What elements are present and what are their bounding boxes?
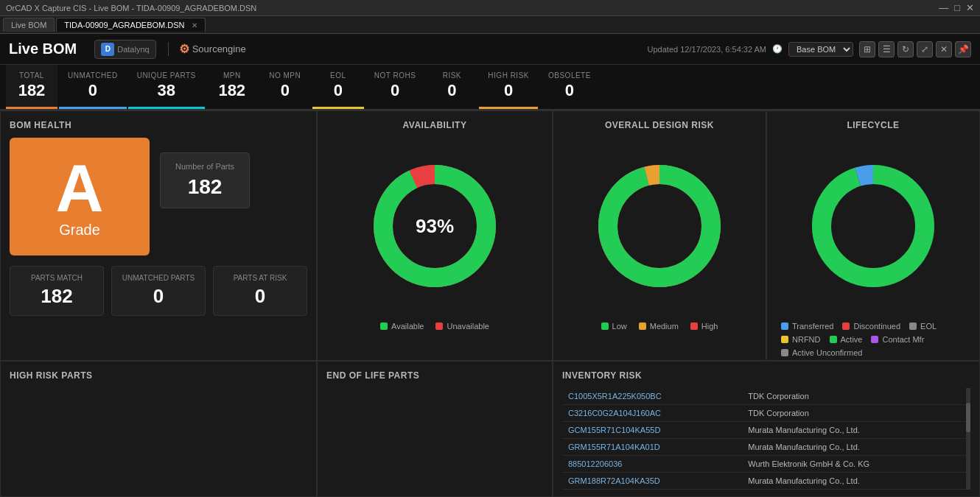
- unmatched-parts-value: 0: [121, 285, 196, 308]
- lifecycle-donut-svg: [799, 152, 947, 300]
- transferred-label: Transferred: [792, 322, 833, 331]
- active-unconfirmed-label: Active Unconfirmed: [792, 348, 862, 357]
- sourcengine-logo: ⚙ Sourcengine: [168, 42, 246, 56]
- stat-item-total[interactable]: Total182: [6, 65, 57, 109]
- main-content: BOM Health A Grade Number of Parts 182 P…: [0, 110, 980, 497]
- scrollbar[interactable]: [966, 388, 970, 490]
- header-icon-group: ⊞ ☰ ↻ ⤢ ✕ 📌: [859, 41, 971, 57]
- unavailable-label: Unavailable: [447, 322, 489, 331]
- expand-icon[interactable]: ⤢: [917, 41, 933, 57]
- table-row[interactable]: GCM155R71C104KA55DMurata Manufacturing C…: [562, 422, 970, 439]
- availability-title: Availability: [403, 120, 467, 130]
- eol-title: End of Life Parts: [326, 370, 543, 381]
- manufacturer-cell: TDK Corporation: [742, 405, 970, 422]
- num-parts-value: 182: [175, 175, 234, 199]
- svg-point-6: [608, 175, 711, 278]
- tab-live-bom[interactable]: Live BOM: [3, 18, 55, 32]
- legend-unavailable: Unavailable: [435, 322, 489, 331]
- mpn-cell: GRM155R71A104KA01D: [562, 439, 742, 456]
- table-row[interactable]: C3216C0G2A104J160ACTDK Corporation: [562, 405, 970, 422]
- eol-panel: End of Life Parts: [317, 361, 553, 497]
- datalynq-label: Datalynq: [117, 45, 149, 54]
- design-risk-donut: [586, 152, 733, 300]
- grade-label: Grade: [59, 222, 100, 239]
- nrfnd-label: NRFND: [792, 335, 821, 344]
- manufacturer-cell: Wurth Elektronik GmbH & Co. KG: [742, 456, 970, 473]
- high-label: High: [701, 322, 718, 331]
- high-risk-panel: High Risk Parts: [0, 361, 317, 497]
- mpn-cell: GRM188R72A104KA35D: [562, 473, 742, 490]
- parts-match-label: Parts Match: [19, 274, 94, 282]
- inventory-risk-title: Inventory Risk: [562, 370, 970, 381]
- legend-available: Available: [380, 322, 424, 331]
- high-risk-title: High Risk Parts: [10, 370, 307, 381]
- stat-item-no-mpn[interactable]: NO MPN0: [259, 65, 311, 109]
- lifecycle-panel: Lifecycle Transferred Discontinued EOL: [766, 110, 980, 361]
- design-risk-panel: Overall Design Risk Low Medium High: [553, 110, 766, 361]
- stat-item-not-rohs[interactable]: Not RoHS0: [365, 65, 425, 109]
- contact-mfr-label: Contact Mfr: [882, 335, 924, 344]
- available-label: Available: [391, 322, 424, 331]
- updated-timestamp: Updated 12/17/2023, 6:54:32 AM: [648, 45, 766, 54]
- unmatched-parts-label: Unmatched Parts: [121, 274, 196, 282]
- availability-panel: Availability 93% Available Unavailable: [317, 110, 553, 361]
- stat-item-obsolete[interactable]: Obsolete0: [539, 65, 600, 109]
- close-panel-icon[interactable]: ✕: [936, 41, 952, 57]
- grid-view-icon[interactable]: ⊞: [859, 41, 875, 57]
- table-row[interactable]: GRM155R71A104KA01DMurata Manufacturing C…: [562, 439, 970, 456]
- datalynq-logo: D Datalynq: [94, 40, 155, 59]
- num-parts-label: Number of Parts: [175, 162, 234, 171]
- bom-health-inner: A Grade Number of Parts 182: [10, 138, 307, 255]
- close-button[interactable]: ✕: [966, 2, 974, 13]
- tab-close-icon[interactable]: ✕: [192, 21, 197, 29]
- base-bom-select[interactable]: Base BOM: [788, 42, 853, 57]
- table-row[interactable]: C1005X5R1A225K050BCTDK Corporation: [562, 388, 970, 405]
- stats-bar: Total182Unmatched0Unique Parts38MPN182NO…: [0, 65, 980, 110]
- stat-item-mpn[interactable]: MPN182: [206, 65, 258, 109]
- availability-percentage: 93%: [416, 215, 454, 238]
- grade-letter: A: [56, 155, 104, 222]
- medium-dot: [639, 322, 646, 330]
- scrollbar-thumb[interactable]: [966, 403, 970, 432]
- parts-match-value: 182: [19, 285, 94, 308]
- table-row[interactable]: 885012206036Wurth Elektronik GmbH & Co. …: [562, 456, 970, 473]
- bom-health-panel: BOM Health A Grade Number of Parts 182 P…: [0, 110, 317, 361]
- title-bar-controls[interactable]: — □ ✕: [939, 2, 974, 13]
- lifecycle-donut: [799, 152, 947, 300]
- eol-label: EOL: [920, 322, 937, 331]
- refresh-icon[interactable]: ↻: [897, 41, 914, 57]
- mpn-cell: GCM155R71C104KA55D: [562, 422, 742, 439]
- legend-low: Low: [601, 322, 627, 331]
- manufacturer-cell: Murata Manufacturing Co., Ltd.: [742, 439, 970, 456]
- design-risk-legend: Low Medium High: [601, 322, 718, 331]
- pin-icon[interactable]: 📌: [955, 41, 971, 57]
- stat-item-risk[interactable]: Risk0: [426, 65, 477, 109]
- stat-item-unmatched[interactable]: Unmatched0: [59, 65, 127, 109]
- maximize-button[interactable]: □: [954, 2, 960, 13]
- list-view-icon[interactable]: ☰: [878, 41, 895, 57]
- stat-item-eol[interactable]: EOL0: [312, 65, 364, 109]
- availability-legend: Available Unavailable: [380, 322, 489, 331]
- stat-item-high-risk[interactable]: High Risk0: [479, 65, 538, 109]
- header-right: Updated 12/17/2023, 6:54:32 AM 🕐 Base BO…: [648, 41, 971, 57]
- discontinued-label: Discontinued: [853, 322, 900, 331]
- stat-item-unique-parts[interactable]: Unique Parts38: [128, 65, 205, 109]
- low-label: Low: [612, 322, 627, 331]
- tab-dsn[interactable]: TIDA-00909_AGRADEBOM.DSN ✕: [56, 18, 205, 32]
- table-row[interactable]: GRM188R72A104KA35DMurata Manufacturing C…: [562, 473, 970, 490]
- sourcengine-label: Sourcengine: [192, 43, 246, 54]
- legend-discontinued: Discontinued: [842, 322, 900, 331]
- clock-icon: 🕐: [772, 44, 783, 54]
- app-header: Live BOM D Datalynq ⚙ Sourcengine Update…: [0, 34, 980, 65]
- num-parts-box: Number of Parts 182: [160, 152, 250, 208]
- parts-at-risk-label: Parts at Risk: [223, 274, 298, 282]
- sourcengine-icon: ⚙: [179, 42, 189, 56]
- minimize-button[interactable]: —: [939, 2, 948, 13]
- medium-label: Medium: [650, 322, 679, 331]
- svg-point-8: [822, 175, 925, 278]
- parts-match-box: Parts Match 182: [10, 266, 104, 316]
- mpn-cell: C1005X5R1A225K050BC: [562, 388, 742, 405]
- legend-active-unconfirmed: Active Unconfirmed: [781, 348, 862, 357]
- legend-transferred: Transferred: [781, 322, 833, 331]
- title-bar-text: OrCAD X Capture CIS - Live BOM - TIDA-00…: [6, 4, 939, 13]
